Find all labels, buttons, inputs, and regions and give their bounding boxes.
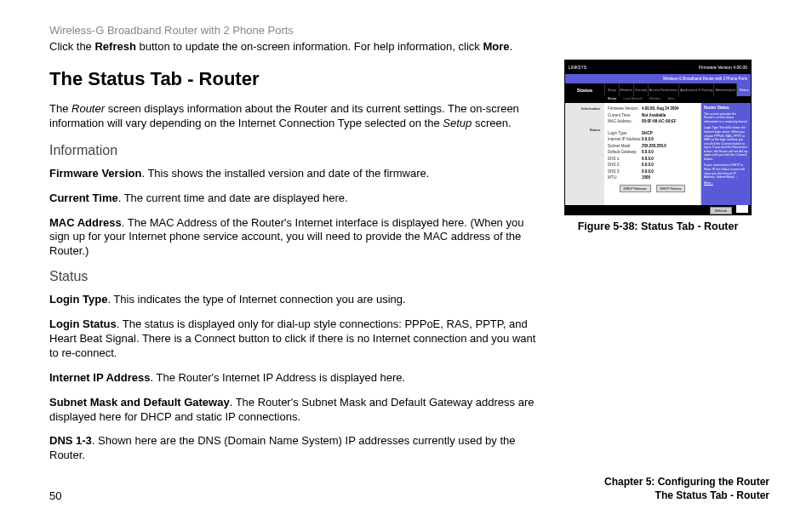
dns-term: DNS 1-3 (49, 434, 92, 447)
page-title: The Status Tab - Router (49, 68, 539, 90)
ui-help-p3: If your connection is DHCP or Static IP,… (704, 163, 748, 179)
ui-subtab-voice[interactable]: Voice (664, 96, 678, 103)
section-information: Information (49, 143, 539, 158)
desc-i-setup: Setup (443, 117, 472, 129)
ui-st-gw-l: Default Gateway: (608, 150, 642, 154)
item-mac-address: MAC Address. The MAC Address of the Rout… (49, 216, 539, 260)
ui-btn-dhcp-renew[interactable]: DHCP Renew (656, 185, 686, 192)
ui-info-fw-v: 4.00.00, Aug 24 2004 (642, 106, 679, 111)
ui-tab-apps[interactable]: Applications & Gaming (678, 83, 713, 96)
intro-post: . (510, 40, 513, 53)
logintype-term: Login Type (49, 293, 107, 306)
intro-mid: button to update the on-screen informati… (136, 40, 483, 53)
main-content: The Status Tab - Router The Router scree… (49, 68, 539, 473)
chapter-title: Chapter 5: Configuring the Router (604, 475, 769, 489)
desc-i-router: Router (71, 102, 105, 115)
ui-info-time-v: Not Available (642, 113, 666, 117)
page-number: 50 (49, 489, 61, 502)
ui-st-gw-v: 0.0.0.0 (642, 150, 654, 154)
ui-side-status: Status (567, 128, 603, 132)
item-firmware: Firmware Version. This shows the install… (49, 167, 539, 181)
ui-subtab-router[interactable]: Router (604, 96, 620, 103)
loginstatus-desc: . The status is displayed only for dial-… (49, 317, 535, 359)
intro-pre: Click the (49, 40, 94, 53)
ui-st-mask-v: 255.255.255.0 (642, 144, 666, 148)
mac-term: MAC Address (49, 216, 122, 229)
ui-info-time-l: Current Time: (608, 113, 642, 117)
ui-info-mac-v: 00:0F:66:AC:A8:EF (642, 119, 677, 123)
desc-post: screen. (472, 117, 511, 129)
ui-st-mtu-v: 1500 (642, 175, 650, 180)
ui-st-dns3-l: DNS 3: (608, 169, 642, 174)
ui-side-info: Information (567, 106, 603, 111)
inetip-desc: . The Router's Internet IP Address is di… (150, 371, 405, 384)
intro-text: Click the Refresh button to update the o… (49, 40, 769, 53)
ui-help-more[interactable]: More... (704, 181, 748, 186)
ui-tab-status[interactable]: Status (736, 83, 751, 96)
ui-st-dns2-v: 0.0.0.0 (642, 163, 654, 167)
router-screenshot: LINKSYS Firmware Version 4.00.00 Wireles… (564, 60, 752, 215)
ui-st-login-l: Login Type: (608, 131, 642, 135)
ui-st-ip-l: Internet IP Address: (608, 137, 642, 141)
ui-tab-setup[interactable]: Setup (604, 83, 619, 96)
subnet-term: Subnet Mask and Default Gateway (49, 396, 230, 409)
ui-help-title: Router Status (704, 106, 748, 111)
ui-st-mask-l: Subnet Mask: (608, 144, 642, 148)
ui-st-dns2-l: DNS 2: (608, 163, 642, 167)
item-internet-ip: Internet IP Address. The Router's Intern… (49, 371, 539, 386)
firmware-term: Firmware Version (49, 167, 141, 180)
desc-pre: The (49, 102, 71, 115)
item-current-time: Current Time. The current time and date … (49, 192, 539, 206)
ui-brand: LINKSYS (569, 65, 586, 70)
chapter-subtitle: The Status Tab - Router (604, 489, 769, 502)
ui-help-p2: Login Type This field shows the Internet… (704, 126, 748, 161)
curtime-desc: . The current time and date are displaye… (118, 192, 348, 204)
ui-help-p1: This screen provides the Router's curren… (704, 112, 748, 124)
ui-tab-admin[interactable]: Administration (713, 83, 736, 96)
ui-btn-dhcp-release[interactable]: DHCP Release (620, 185, 651, 192)
figure-column: LINKSYS Firmware Version 4.00.00 Wireles… (564, 60, 752, 232)
ui-st-dns1-l: DNS 1: (608, 157, 642, 161)
inetip-term: Internet IP Address (49, 371, 150, 384)
ui-tab-security[interactable]: Security (633, 83, 648, 96)
firmware-desc: . This shows the installed version and d… (141, 167, 429, 180)
ui-st-login-v: DHCP (642, 131, 653, 135)
ui-info-mac-l: MAC Address: (608, 119, 642, 123)
intro-bold-refresh: Refresh (94, 40, 135, 53)
product-header: Wireless-G Broadband Router with 2 Phone… (49, 24, 769, 37)
ui-st-ip-v: 0.0.0.0 (642, 137, 654, 141)
cisco-logo-icon (736, 205, 748, 213)
item-subnet-gateway: Subnet Mask and Default Gateway. The Rou… (49, 396, 539, 425)
ui-tab-access[interactable]: Access Restrictions (648, 83, 678, 96)
chapter-footer: Chapter 5: Configuring the Router The St… (604, 475, 769, 502)
ui-info-fw-l: Firmware Version: (608, 106, 642, 111)
ui-prod-title: Wireless-G Broadband Router with 2 Phone… (663, 77, 747, 81)
figure-caption: Figure 5-38: Status Tab - Router (564, 220, 752, 232)
ui-st-mtu-l: MTU: (608, 175, 642, 180)
item-login-type: Login Type. This indicates the type of I… (49, 293, 539, 307)
ui-fw: Firmware Version 4.00.00 (699, 65, 747, 70)
logintype-desc: . This indicates the type of Internet co… (107, 293, 405, 306)
dns-desc: . Shown here are the DNS (Domain Name Sy… (49, 434, 515, 461)
intro-bold-more: More (483, 40, 509, 53)
loginstatus-term: Login Status (49, 317, 117, 330)
ui-btn-refresh[interactable]: Refresh (710, 207, 732, 214)
ui-st-dns3-v: 0.0.0.0 (642, 169, 654, 174)
ui-subtab-local[interactable]: Local Network (620, 96, 646, 103)
title-description: The Router screen displays information a… (49, 102, 539, 131)
section-status: Status (49, 269, 539, 284)
curtime-term: Current Time (49, 192, 118, 204)
ui-nav-label: Status (565, 83, 604, 96)
item-login-status: Login Status. The status is displayed on… (49, 317, 539, 361)
ui-tab-wireless[interactable]: Wireless (619, 83, 634, 96)
ui-subtab-wireless[interactable]: Wireless (646, 96, 664, 103)
ui-st-dns1-v: 0.0.0.0 (642, 157, 654, 161)
item-dns: DNS 1-3. Shown here are the DNS (Domain … (49, 434, 539, 463)
